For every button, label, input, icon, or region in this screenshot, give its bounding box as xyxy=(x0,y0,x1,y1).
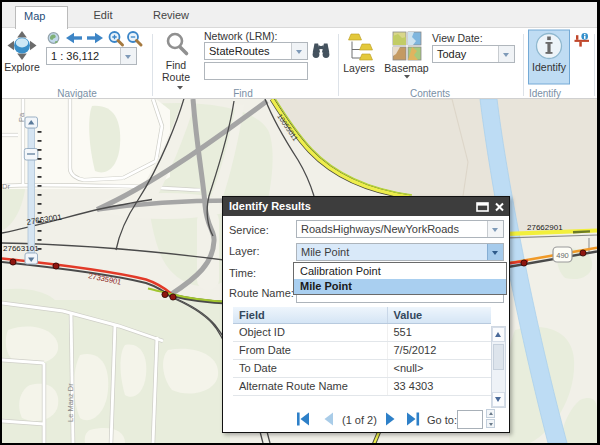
svg-text:Le Manz Dr: Le Manz Dr xyxy=(66,383,75,422)
svg-text:Identify: Identify xyxy=(532,61,567,73)
svg-text:Pa: Pa xyxy=(17,112,26,122)
svg-text:Dr: Dr xyxy=(2,182,10,191)
svg-text:(1 of 2): (1 of 2) xyxy=(342,414,377,426)
svg-text:490: 490 xyxy=(556,251,569,260)
svg-text:27662901: 27662901 xyxy=(527,223,563,232)
svg-text:27663101: 27663101 xyxy=(3,244,39,253)
